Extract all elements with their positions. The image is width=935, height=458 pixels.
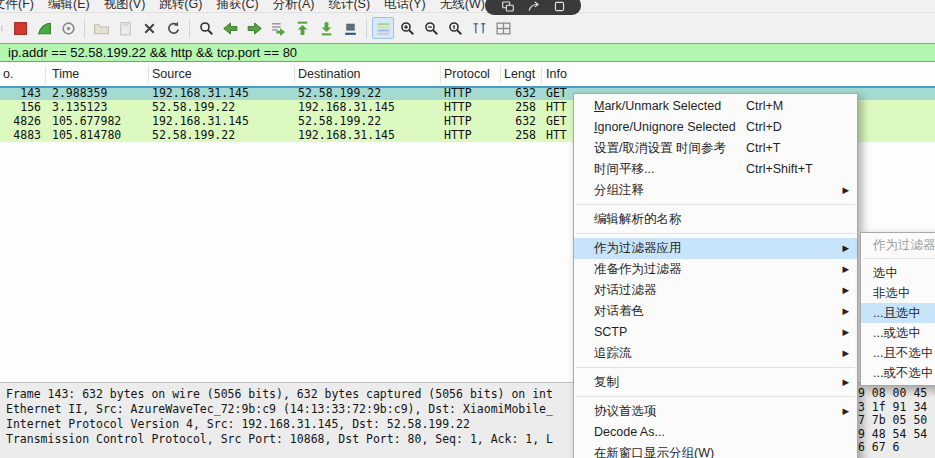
- submenu-item-1: 作为过滤器应用: [861, 235, 935, 255]
- menubar-item-5[interactable]: 捕获(C): [209, 0, 265, 13]
- menubar-item-7[interactable]: 统计(S): [321, 0, 377, 13]
- clipped-icon[interactable]: [1, 17, 7, 39]
- context-menu-item-9[interactable]: 作为过滤器应用▶: [574, 238, 857, 259]
- submenu-item-5[interactable]: ...且选中: [861, 303, 935, 323]
- context-menu-item-20[interactable]: 在新窗口显示分组(W): [574, 443, 857, 458]
- menubar-item-8[interactable]: 电话(Y): [377, 0, 433, 13]
- context-menu-item-16[interactable]: 复制▶: [574, 372, 857, 393]
- cell-info: GET: [546, 86, 567, 100]
- menu-separator: [576, 204, 855, 205]
- context-menu-item-14[interactable]: 追踪流▶: [574, 343, 857, 364]
- find-packet-button[interactable]: [195, 17, 217, 39]
- column-header-time[interactable]: Time: [52, 67, 79, 81]
- hex-line-5[interactable]: 6 67 6: [858, 441, 935, 455]
- context-menu-item-18[interactable]: 协议首选项▶: [574, 401, 857, 422]
- context-menu-item-5[interactable]: 分组注释▶: [574, 180, 857, 201]
- context-menu-item-1[interactable]: Mark/Unmark SelectedCtrl+M: [574, 96, 857, 117]
- submenu-arrow-icon: ▶: [842, 301, 849, 322]
- stop-capture-button[interactable]: [9, 17, 31, 39]
- hex-line-4[interactable]: 9 48 54 54: [858, 428, 935, 442]
- packet-context-menu: Mark/Unmark SelectedCtrl+MIgnore/Unignor…: [573, 93, 858, 458]
- cell-length: 632: [496, 86, 536, 100]
- cell-time: 105.677982: [52, 114, 121, 128]
- column-divider[interactable]: [541, 66, 542, 83]
- go-to-top-button[interactable]: [291, 17, 313, 39]
- menubar-item-9[interactable]: 无线(W): [433, 0, 492, 13]
- submenu-arrow-icon: ▶: [842, 322, 849, 343]
- go-forward-button[interactable]: [243, 17, 265, 39]
- close-file-button[interactable]: [138, 17, 160, 39]
- hex-line-3[interactable]: 7 7b 05 50: [858, 414, 935, 428]
- stop-square-icon[interactable]: [553, 0, 566, 13]
- column-divider[interactable]: [148, 66, 149, 83]
- cell-info: GET: [546, 114, 567, 128]
- go-to-bottom-button[interactable]: [315, 17, 337, 39]
- context-menu-item-2[interactable]: Ignore/Unignore SelectedCtrl+D: [574, 117, 857, 138]
- column-divider[interactable]: [500, 66, 501, 83]
- menubar-item-1[interactable]: 文件(F): [0, 0, 41, 13]
- column-divider[interactable]: [45, 66, 46, 83]
- submenu-item-6[interactable]: ...或选中: [861, 323, 935, 343]
- display-filter-input[interactable]: ip.addr == 52.58.199.22 && http && tcp.p…: [8, 45, 297, 60]
- cell-no: 4883: [0, 128, 41, 142]
- column-header-source[interactable]: Source: [152, 67, 192, 81]
- menubar-item-2[interactable]: 编辑(E): [41, 0, 97, 13]
- hex-line-2[interactable]: 3 1f 91 34: [858, 401, 935, 415]
- cell-info: HTT: [546, 100, 567, 114]
- capture-options-button[interactable]: [57, 17, 79, 39]
- column-header-lengt[interactable]: Lengt: [504, 67, 535, 81]
- cell-destination: 52.58.199.22: [298, 114, 381, 128]
- open-file-button[interactable]: [90, 17, 112, 39]
- context-menu-item-13[interactable]: SCTP▶: [574, 322, 857, 343]
- hex-bytes-pane[interactable]: 9 08 00 45 03 1f 91 347 7b 05 509 48 54 …: [858, 383, 935, 458]
- cell-protocol: HTTP: [444, 100, 472, 114]
- context-menu-item-4[interactable]: 时间平移...Ctrl+Shift+T: [574, 159, 857, 180]
- cell-protocol: HTTP: [444, 86, 472, 100]
- table-layout-button[interactable]: [492, 17, 514, 39]
- cell-info: HTT: [546, 128, 567, 142]
- menubar-item-6[interactable]: 分析(A): [266, 0, 322, 13]
- context-menu-item-7[interactable]: 编辑解析的名称: [574, 209, 857, 230]
- context-menu-item-11[interactable]: 对话过滤器▶: [574, 280, 857, 301]
- cell-time: 3.135123: [52, 100, 107, 114]
- recorder-overlay[interactable]: [485, 0, 581, 15]
- menubar-item-4[interactable]: 跳转(G): [152, 0, 209, 13]
- submenu-arrow-icon: ▶: [842, 259, 849, 280]
- submenu-item-8[interactable]: ...或不选中: [861, 363, 935, 383]
- restart-capture-button[interactable]: [33, 17, 55, 39]
- submenu-item-4[interactable]: 非选中: [861, 283, 935, 303]
- cell-length: 258: [496, 100, 536, 114]
- context-menu-item-3[interactable]: 设置/取消设置 时间参考Ctrl+T: [574, 138, 857, 159]
- zoom-original-button[interactable]: [444, 17, 466, 39]
- reload-file-button[interactable]: [162, 17, 184, 39]
- share-arrow-icon[interactable]: [527, 0, 541, 13]
- column-header-info[interactable]: Info: [546, 67, 567, 81]
- cell-length: 258: [496, 128, 536, 142]
- context-menu-item-10[interactable]: 准备作为过滤器▶: [574, 259, 857, 280]
- colorize-packets-button[interactable]: [372, 17, 394, 39]
- menubar-item-3[interactable]: 视图(V): [97, 0, 153, 13]
- cell-no: 156: [0, 100, 41, 114]
- context-menu-item-19[interactable]: Decode As...: [574, 422, 857, 443]
- zoom-out-button[interactable]: [420, 17, 442, 39]
- go-to-packet-button[interactable]: [267, 17, 289, 39]
- menu-shortcut: Ctrl+D: [746, 117, 782, 138]
- column-divider[interactable]: [440, 66, 441, 83]
- resize-columns-button[interactable]: [468, 17, 490, 39]
- auto-scroll-button[interactable]: [339, 17, 361, 39]
- column-divider[interactable]: [294, 66, 295, 83]
- context-menu-item-12[interactable]: 对话着色▶: [574, 301, 857, 322]
- submenu-item-3[interactable]: 选中: [861, 263, 935, 283]
- hex-line-1[interactable]: 9 08 00 45 0: [858, 387, 935, 401]
- submenu-item-7[interactable]: ...且不选中: [861, 343, 935, 363]
- column-header-destination[interactable]: Destination: [298, 67, 361, 81]
- zoom-in-button[interactable]: [396, 17, 418, 39]
- save-file-button[interactable]: [114, 17, 136, 39]
- column-header-o[interactable]: o.: [3, 67, 13, 81]
- submenu-arrow-icon: ▶: [842, 401, 849, 422]
- menu-separator: [576, 396, 855, 397]
- screens-icon[interactable]: [501, 0, 515, 13]
- column-header-protocol[interactable]: Protocol: [444, 67, 490, 81]
- submenu-arrow-icon: ▶: [842, 180, 849, 201]
- go-back-button[interactable]: [219, 17, 241, 39]
